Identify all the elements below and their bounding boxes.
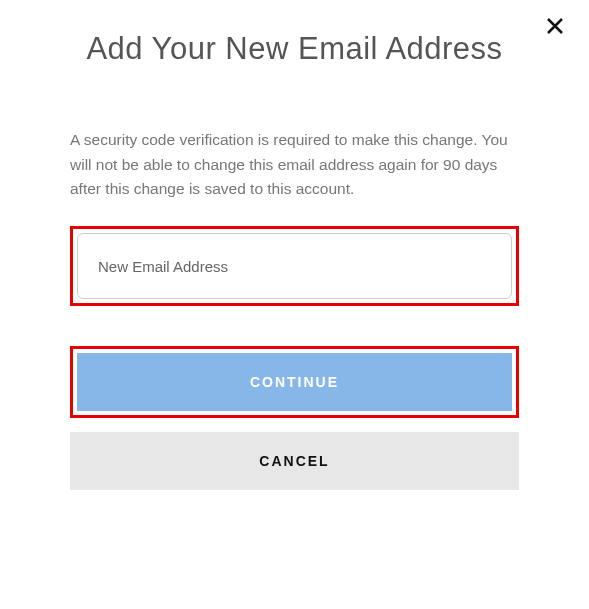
continue-button-highlight: CONTINUE [70, 346, 519, 418]
email-input-highlight [70, 226, 519, 306]
modal-container: Add Your New Email Address A security co… [0, 0, 589, 490]
modal-description: A security code verification is required… [70, 128, 519, 202]
close-button[interactable] [541, 12, 569, 43]
new-email-input[interactable] [77, 233, 512, 299]
close-icon [545, 16, 565, 36]
cancel-button[interactable]: CANCEL [70, 432, 519, 490]
continue-button[interactable]: CONTINUE [77, 353, 512, 411]
modal-title: Add Your New Email Address [70, 28, 519, 70]
